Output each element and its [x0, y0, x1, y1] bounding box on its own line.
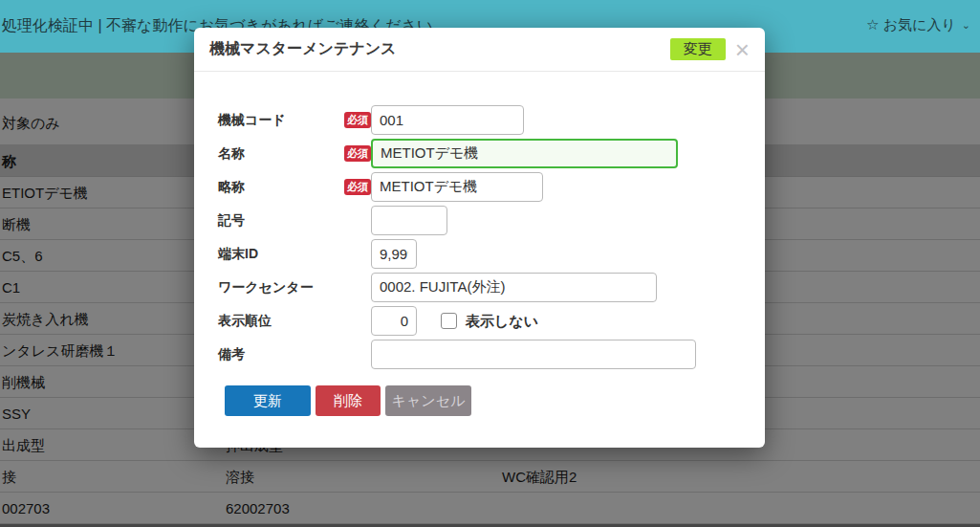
close-icon[interactable]: × [733, 40, 751, 59]
field-name: 名称 必須 [209, 139, 750, 168]
work-center-label: ワークセンター [218, 273, 344, 296]
update-button[interactable]: 更新 [225, 385, 311, 416]
hide-checkbox[interactable] [441, 313, 457, 329]
chevron-down-icon: ⌄ [962, 19, 970, 32]
abbreviation-input[interactable] [371, 172, 543, 202]
display-order-label: 表示順位 [218, 306, 344, 330]
badge-slot: 必須 [344, 139, 371, 162]
field-symbol: 記号 [209, 206, 750, 235]
app-screen: 処理化検証中 | 不審な動作にお気づきがあればご連絡ください ☆ お気に入り ⌄… [0, 0, 980, 527]
badge-slot [344, 273, 371, 277]
modal-body: 機械コード 必須 名称 必須 略称 必須 記号 端末ID [194, 72, 765, 416]
remarks-label: 備考 [218, 340, 344, 363]
symbol-label: 記号 [218, 206, 344, 230]
hide-checkbox-label: 表示しない [466, 306, 538, 331]
field-work-center: ワークセンター [209, 273, 750, 302]
modal-header: 機械マスターメンテナンス 変更 × [194, 28, 765, 72]
modal-actions: 更新 削除 キャンセル [209, 385, 750, 416]
field-remarks: 備考 [209, 340, 750, 369]
machine-master-modal: 機械マスターメンテナンス 変更 × 機械コード 必須 名称 必須 略称 必須 記… [194, 28, 765, 448]
remarks-input[interactable] [371, 340, 696, 369]
machine-code-input[interactable] [371, 105, 524, 135]
favorites-menu[interactable]: ☆ お気に入り ⌄ [866, 16, 970, 34]
delete-button[interactable]: 削除 [316, 385, 381, 416]
badge-slot [344, 340, 371, 344]
required-badge: 必須 [344, 112, 371, 128]
badge-slot: 必須 [344, 105, 371, 128]
work-center-input[interactable] [371, 273, 657, 302]
favorites-label: ☆ お気に入り [866, 16, 956, 34]
badge-slot: 必須 [344, 172, 371, 195]
machine-code-label: 機械コード [218, 105, 344, 129]
modal-title: 機械マスターメンテナンス [209, 39, 670, 59]
field-abbreviation: 略称 必須 [209, 172, 750, 202]
terminal-id-label: 端末ID [218, 239, 344, 263]
abbreviation-label: 略称 [218, 172, 344, 196]
required-badge: 必須 [344, 145, 371, 162]
badge-slot [344, 206, 371, 210]
name-input[interactable] [371, 139, 678, 168]
cancel-button[interactable]: キャンセル [385, 385, 471, 416]
name-label: 名称 [218, 139, 344, 163]
field-terminal-id: 端末ID [209, 239, 750, 269]
display-order-input[interactable] [371, 306, 417, 336]
required-badge: 必須 [344, 179, 371, 195]
field-display-order: 表示順位 表示しない [209, 306, 750, 336]
symbol-input[interactable] [371, 206, 447, 235]
terminal-id-input[interactable] [371, 239, 417, 269]
badge-slot [344, 239, 371, 244]
badge-slot [344, 306, 371, 311]
field-machine-code: 機械コード 必須 [209, 105, 750, 135]
mode-badge: 変更 [670, 38, 726, 60]
